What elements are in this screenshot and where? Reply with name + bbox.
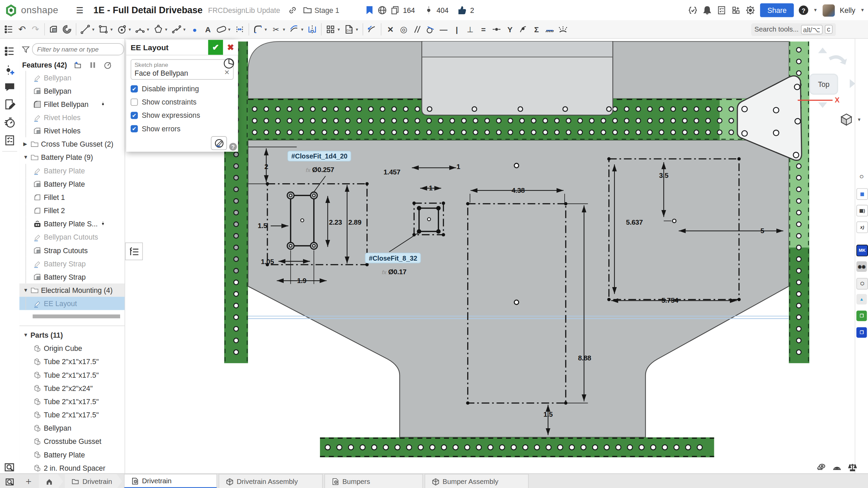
rollback-bar[interactable] — [33, 315, 120, 318]
checkbox-unchecked[interactable] — [131, 98, 138, 106]
dimension-label[interactable]: 1.05 — [261, 258, 274, 266]
chevron-down-icon[interactable]: ▼ — [23, 332, 29, 338]
document-menu-icon[interactable]: ☰ — [76, 5, 83, 15]
likes-icon[interactable] — [457, 5, 467, 15]
parts-section-header[interactable]: ▼Parts (11) — [19, 328, 125, 341]
vertical-constraint-icon[interactable]: | — [451, 22, 463, 36]
part-row[interactable]: Tube 2"x1"x17.5" — [19, 368, 125, 381]
feature-row[interactable]: Rivet Holes — [19, 124, 125, 137]
part-row[interactable]: Bellypan — [19, 421, 125, 434]
feature-row[interactable]: Battery Plate S... — [19, 217, 125, 230]
comments-icon[interactable] — [4, 81, 15, 93]
variables-app-icon[interactable]: x) — [856, 222, 868, 233]
dimension-label[interactable]: fxØ0.17 — [382, 268, 407, 276]
feature-steps-icon[interactable] — [4, 45, 15, 57]
breadcrumb-folder-tab[interactable]: Drivetrain — [65, 474, 122, 488]
checkbox-checked[interactable]: ✔ — [131, 125, 138, 132]
dialog-checkbox-row[interactable]: ✔Show expressions — [131, 111, 238, 119]
offset-tool-icon[interactable]: ▼ — [288, 22, 305, 36]
pattern-tool-icon[interactable]: ▼ — [325, 22, 342, 36]
feature-folder-row[interactable]: ▼Battery Plate (9) — [19, 151, 125, 164]
dialog-help-icon[interactable]: ? — [229, 143, 237, 151]
feature-row[interactable]: Bellypan — [19, 71, 125, 84]
dimension-label[interactable]: 5 — [760, 227, 764, 235]
public-icon[interactable] — [377, 5, 387, 15]
history-clock-icon[interactable] — [103, 61, 112, 69]
document-title[interactable]: 1E - Full Detail Drivebase — [93, 5, 203, 16]
feature-row[interactable]: Fillet Bellypan — [19, 97, 125, 111]
concentric-constraint-icon[interactable]: ◎ — [398, 22, 410, 36]
battery-plate[interactable] — [422, 41, 613, 115]
feature-kebab-icon[interactable] — [100, 100, 106, 109]
part-row[interactable]: Tube 2"x1"x17.5" — [19, 395, 125, 408]
clear-field-icon[interactable]: ✕ — [224, 69, 230, 76]
checkbox-checked[interactable]: ✔ — [131, 85, 138, 92]
insert-version-icon[interactable] — [4, 64, 15, 76]
mkcad-app-icon[interactable]: MK — [856, 245, 868, 256]
dimension-label[interactable]: 2.23 — [329, 219, 342, 226]
revolve-icon[interactable] — [61, 22, 73, 36]
tasks-icon[interactable] — [717, 5, 727, 15]
onshape-logo-icon[interactable] — [4, 4, 18, 17]
dimension-label[interactable]: 1.9 — [297, 277, 306, 285]
notifications-bell-icon[interactable] — [703, 5, 712, 15]
configurations-app-icon[interactable]: ▦ — [856, 188, 868, 200]
robot-app-icon[interactable]: ◉◉ — [856, 261, 867, 272]
dialog-checkbox-row[interactable]: ✔Show errors — [131, 125, 238, 133]
feature-row[interactable]: Fillet 1 — [19, 190, 125, 204]
spline-tool-icon[interactable]: ▼ — [170, 22, 187, 36]
dimension-label[interactable]: 1 — [429, 184, 433, 192]
tab-bumper-assembly[interactable]: Bumper Assembly — [424, 474, 528, 488]
part-row[interactable]: Tube 2"x2"x24" — [19, 381, 125, 395]
dimension-label[interactable]: 2.89 — [348, 219, 361, 226]
dimension-label[interactable]: 4.38 — [512, 187, 525, 194]
feature-row[interactable]: Bellypan — [19, 84, 125, 97]
feature-row[interactable]: Fillet 2 — [19, 204, 125, 217]
dimension-label[interactable]: 5.754 — [661, 297, 678, 304]
dimension-label[interactable]: 5.637 — [626, 219, 643, 226]
azure-app-icon[interactable]: ▲ — [856, 294, 867, 304]
feature-row[interactable]: Strap Cutouts — [19, 244, 125, 257]
horizontal-constraint-icon[interactable]: — — [437, 22, 450, 36]
part-row[interactable]: Tube 2"x1"x17.5" — [19, 408, 125, 421]
dialog-checkbox-row[interactable]: Show constraints — [131, 98, 238, 106]
user-avatar[interactable] — [823, 4, 835, 16]
chevron-down-icon[interactable]: ▼ — [857, 117, 861, 122]
feature-row[interactable]: Battery Strap — [19, 270, 125, 283]
text-tool-icon[interactable]: A — [202, 22, 214, 36]
symmetric-constraint-icon[interactable]: Y — [504, 22, 516, 36]
settings-gear-icon[interactable] — [746, 5, 755, 15]
part-row[interactable]: Crosstube Gusset — [19, 435, 125, 448]
feature-row[interactable]: Battery Strap — [19, 257, 125, 270]
dxf-import-icon[interactable]: DXF▼ — [343, 22, 360, 36]
fillet-tool-icon[interactable]: ▼ — [252, 22, 269, 36]
dimension-tool-icon[interactable] — [366, 22, 378, 36]
perpendicular-constraint-icon[interactable]: ⊥ — [464, 22, 476, 36]
distribute-icon[interactable] — [233, 22, 246, 36]
tangent-constraint-icon[interactable] — [424, 22, 436, 36]
bellypan-body[interactable] — [248, 140, 789, 437]
sketch-list-icon[interactable] — [3, 22, 15, 36]
feature-row[interactable]: Battery Plate — [19, 177, 125, 190]
feature-row[interactable]: Battery Plate — [19, 164, 125, 177]
versions-icon[interactable] — [424, 5, 433, 15]
part-row[interactable]: Origin Cube — [19, 342, 125, 355]
dimension-label[interactable]: 1.5 — [543, 411, 552, 418]
rectangle-tool-icon[interactable]: ▼ — [97, 22, 114, 36]
dimension-label[interactable]: 2 — [264, 163, 268, 171]
user-name[interactable]: Kelly — [840, 6, 855, 14]
bookmark-icon[interactable] — [365, 5, 374, 15]
feature-row[interactable]: Bellypan Cutouts — [19, 230, 125, 244]
chevron-down-icon[interactable]: ▼ — [23, 154, 29, 160]
dimension-label[interactable]: fxØ0.257 — [306, 166, 334, 174]
search-tools[interactable]: Search tools... alt/⌥ c — [751, 23, 836, 36]
sketch-plane-field[interactable]: Sketch plane Face of Bellypan ✕ — [131, 59, 233, 80]
expression-badge[interactable]: #CloseFit_1d4_20 — [288, 151, 351, 161]
dimension-label[interactable]: 8.88 — [578, 354, 591, 362]
view-cube[interactable]: Top — [809, 74, 838, 95]
undo-icon[interactable]: ↶ — [16, 22, 28, 36]
search-tabs-icon[interactable] — [4, 476, 16, 486]
sketch-only-toggle[interactable] — [224, 58, 234, 69]
home-tab[interactable] — [39, 474, 63, 488]
dialog-close-button[interactable]: ✖ — [223, 40, 238, 55]
